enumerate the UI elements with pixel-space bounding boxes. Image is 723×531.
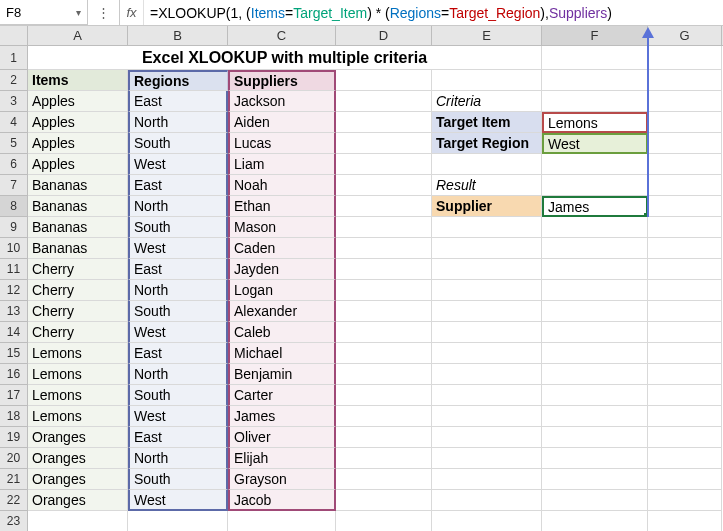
header-suppliers[interactable]: Suppliers <box>228 70 336 91</box>
cell-item-9[interactable]: Bananas <box>28 217 128 238</box>
col-header-F[interactable]: F <box>542 26 648 45</box>
cell-supplier-4[interactable]: Aiden <box>228 112 336 133</box>
cell-E20[interactable] <box>432 448 542 469</box>
cell-region-18[interactable]: West <box>128 406 228 427</box>
cell-supplier-5[interactable]: Lucas <box>228 133 336 154</box>
cell-supplier-8[interactable]: Ethan <box>228 196 336 217</box>
cell-G11[interactable] <box>648 259 722 280</box>
cell-D6[interactable] <box>336 154 432 175</box>
cell-E9[interactable] <box>432 217 542 238</box>
cell-item-19[interactable]: Oranges <box>28 427 128 448</box>
cell-F12[interactable] <box>542 280 648 301</box>
cell-supplier-15[interactable]: Michael <box>228 343 336 364</box>
cell-item-7[interactable]: Bananas <box>28 175 128 196</box>
cell-F23[interactable] <box>542 511 648 531</box>
cell-region-10[interactable]: West <box>128 238 228 259</box>
target-item-value[interactable]: Lemons <box>542 112 648 133</box>
cell-item-8[interactable]: Bananas <box>28 196 128 217</box>
target-region-value[interactable]: West <box>542 133 648 154</box>
cell-G7[interactable] <box>648 175 722 196</box>
header-regions[interactable]: Regions <box>128 70 228 91</box>
cell-supplier-11[interactable]: Jayden <box>228 259 336 280</box>
cell-F18[interactable] <box>542 406 648 427</box>
target-region-label[interactable]: Target Region <box>432 133 542 154</box>
cell-D21[interactable] <box>336 469 432 490</box>
criteria-title[interactable]: Criteria <box>432 91 542 112</box>
cell-F22[interactable] <box>542 490 648 511</box>
col-header-B[interactable]: B <box>128 26 228 45</box>
cell-G6[interactable] <box>648 154 722 175</box>
cell-E10[interactable] <box>432 238 542 259</box>
cell-supplier-18[interactable]: James <box>228 406 336 427</box>
cell-supplier-12[interactable]: Logan <box>228 280 336 301</box>
cell-supplier-21[interactable]: Grayson <box>228 469 336 490</box>
cell-A23[interactable] <box>28 511 128 531</box>
row-header-9[interactable]: 9 <box>0 217 28 238</box>
target-item-label[interactable]: Target Item <box>432 112 542 133</box>
cell-G16[interactable] <box>648 364 722 385</box>
cell-region-7[interactable]: East <box>128 175 228 196</box>
cell-region-14[interactable]: West <box>128 322 228 343</box>
cell-region-6[interactable]: West <box>128 154 228 175</box>
cell-D22[interactable] <box>336 490 432 511</box>
row-header-4[interactable]: 4 <box>0 112 28 133</box>
cell-region-8[interactable]: North <box>128 196 228 217</box>
cell-G22[interactable] <box>648 490 722 511</box>
supplier-result-value[interactable]: James <box>542 196 648 217</box>
cell-item-18[interactable]: Lemons <box>28 406 128 427</box>
cell-E21[interactable] <box>432 469 542 490</box>
cell-D23[interactable] <box>336 511 432 531</box>
fx-icon[interactable]: fx <box>120 0 144 25</box>
cell-G1[interactable] <box>648 46 722 70</box>
cell-item-11[interactable]: Cherry <box>28 259 128 280</box>
cell-E22[interactable] <box>432 490 542 511</box>
row-header-23[interactable]: 23 <box>0 511 28 531</box>
name-box[interactable]: F8 ▾ <box>0 0 88 25</box>
row-header-7[interactable]: 7 <box>0 175 28 196</box>
cell-G18[interactable] <box>648 406 722 427</box>
row-header-3[interactable]: 3 <box>0 91 28 112</box>
cell-G20[interactable] <box>648 448 722 469</box>
cell-region-20[interactable]: North <box>128 448 228 469</box>
cell-D12[interactable] <box>336 280 432 301</box>
cell-G21[interactable] <box>648 469 722 490</box>
cell-G8[interactable] <box>648 196 722 217</box>
row-header-22[interactable]: 22 <box>0 490 28 511</box>
cell-item-10[interactable]: Bananas <box>28 238 128 259</box>
cell-F11[interactable] <box>542 259 648 280</box>
row-header-8[interactable]: 8 <box>0 196 28 217</box>
cell-F9[interactable] <box>542 217 648 238</box>
cell-F6[interactable] <box>542 154 648 175</box>
chevron-down-icon[interactable]: ▾ <box>76 7 81 18</box>
cell-item-13[interactable]: Cherry <box>28 301 128 322</box>
cell-item-14[interactable]: Cherry <box>28 322 128 343</box>
col-header-D[interactable]: D <box>336 26 432 45</box>
select-all-corner[interactable] <box>0 26 28 45</box>
row-header-21[interactable]: 21 <box>0 469 28 490</box>
cell-D8[interactable] <box>336 196 432 217</box>
cell-E18[interactable] <box>432 406 542 427</box>
cell-G12[interactable] <box>648 280 722 301</box>
cell-F14[interactable] <box>542 322 648 343</box>
row-header-16[interactable]: 16 <box>0 364 28 385</box>
cell-F7[interactable] <box>542 175 648 196</box>
cell-supplier-13[interactable]: Alexander <box>228 301 336 322</box>
cell-D9[interactable] <box>336 217 432 238</box>
cell-D2[interactable] <box>336 70 432 91</box>
cell-region-13[interactable]: South <box>128 301 228 322</box>
cell-D17[interactable] <box>336 385 432 406</box>
cell-C23[interactable] <box>228 511 336 531</box>
cell-F21[interactable] <box>542 469 648 490</box>
cell-supplier-20[interactable]: Elijah <box>228 448 336 469</box>
cell-supplier-9[interactable]: Mason <box>228 217 336 238</box>
cell-item-5[interactable]: Apples <box>28 133 128 154</box>
cell-item-6[interactable]: Apples <box>28 154 128 175</box>
cell-D14[interactable] <box>336 322 432 343</box>
cell-supplier-3[interactable]: Jackson <box>228 91 336 112</box>
cell-item-21[interactable]: Oranges <box>28 469 128 490</box>
cell-D11[interactable] <box>336 259 432 280</box>
cell-item-20[interactable]: Oranges <box>28 448 128 469</box>
row-header-5[interactable]: 5 <box>0 133 28 154</box>
cell-supplier-6[interactable]: Liam <box>228 154 336 175</box>
row-header-18[interactable]: 18 <box>0 406 28 427</box>
